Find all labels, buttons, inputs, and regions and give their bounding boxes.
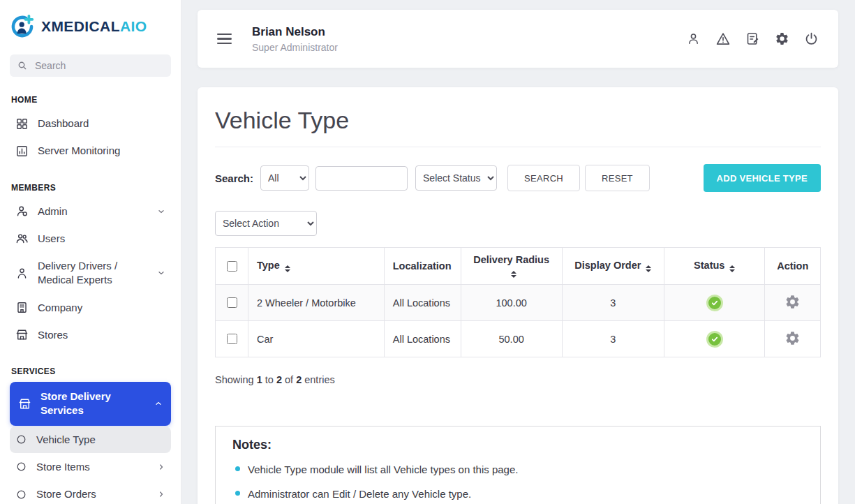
circle-icon (15, 461, 27, 473)
form-edit-icon[interactable] (744, 30, 761, 47)
user-role: Super Administrator (252, 42, 338, 53)
status-active-icon[interactable] (706, 331, 723, 348)
sidebar-search-input[interactable] (34, 59, 164, 72)
brand-name: XMEDICALAIO (41, 18, 147, 35)
notes-list: Vehicle Type module will list all Vehicl… (232, 462, 803, 501)
col-delivery-radius[interactable]: Delivery Radius (461, 248, 562, 285)
col-display-order[interactable]: Display Order (562, 248, 664, 285)
section-members: MEMBERS (11, 183, 170, 193)
note-item: Vehicle Type module will list all Vehicl… (232, 462, 803, 477)
sidebar-item-label: Admin (38, 205, 68, 218)
sidebar-item-label: Dashboard (38, 117, 89, 131)
warning-icon[interactable] (714, 30, 732, 48)
entries-summary: Showing 1 to 2 of 2 entries (215, 374, 821, 385)
topbar-icons (685, 30, 820, 48)
store-icon (15, 328, 29, 341)
main-area: Brian Nelson Super Administrator (181, 0, 855, 504)
status-active-icon[interactable] (706, 295, 723, 311)
menu-toggle-icon[interactable] (216, 31, 233, 47)
company-icon (15, 301, 29, 314)
search-keyword-input[interactable] (315, 166, 408, 191)
cell-delivery-radius: 50.00 (461, 321, 562, 357)
cell-localization: All Locations (384, 321, 461, 357)
user-block: Brian Nelson Super Administrator (252, 25, 338, 53)
sidebar-item-company[interactable]: Company (10, 295, 171, 321)
sidebar-item-label: Vehicle Type (36, 433, 96, 447)
sidebar-item-users[interactable]: Users (10, 225, 171, 252)
cell-type: 2 Wheeler / Motorbike (248, 285, 385, 321)
sidebar: XMEDICALAIO HOME Dashboard (0, 0, 181, 504)
sidebar-item-admin[interactable]: Admin (10, 198, 171, 225)
col-type[interactable]: Type (248, 248, 385, 285)
select-all-checkbox[interactable] (227, 261, 237, 272)
chevron-right-icon (157, 490, 165, 498)
chevron-down-icon (157, 207, 165, 216)
sort-icon (729, 265, 735, 272)
sidebar-item-dashboard[interactable]: Dashboard (10, 110, 171, 137)
reset-button[interactable]: RESET (585, 165, 650, 191)
user-name: Brian Nelson (252, 25, 338, 39)
settings-icon[interactable] (773, 30, 791, 47)
circle-icon (15, 433, 27, 445)
user-icon[interactable] (685, 30, 702, 47)
sidebar-item-store-items[interactable]: Store Items (10, 454, 171, 480)
sidebar-item-vehicle-type[interactable]: Vehicle Type (10, 427, 171, 453)
row-action-gear-icon[interactable] (785, 330, 801, 346)
search-label: Search: (215, 172, 253, 184)
circle-icon (15, 489, 27, 501)
monitoring-icon (15, 144, 29, 158)
page-title: Vehicle Type (215, 107, 821, 134)
status-select[interactable]: Select Status (415, 165, 497, 191)
admin-icon (15, 205, 29, 218)
cell-display-order: 3 (562, 321, 664, 357)
sidebar-search (10, 54, 171, 77)
divider (215, 147, 821, 147)
sort-icon (646, 265, 651, 272)
chevron-up-icon (154, 399, 163, 408)
sidebar-item-store-delivery-services[interactable]: Store Delivery Services (10, 382, 171, 426)
col-action: Action (765, 248, 821, 285)
sidebar-item-label: Users (38, 232, 65, 246)
table-row: Car All Locations 50.00 3 (216, 321, 821, 357)
cell-delivery-radius: 100.00 (461, 285, 562, 321)
row-checkbox[interactable] (227, 334, 237, 344)
sidebar-item-server-monitoring[interactable]: Server Monitoring (10, 138, 171, 164)
sort-icon (511, 271, 516, 278)
cell-type: Car (248, 321, 385, 357)
search-icon (17, 60, 28, 71)
sidebar-item-store-orders[interactable]: Store Orders (10, 481, 171, 504)
topbar: Brian Nelson Super Administrator (198, 10, 838, 68)
sidebar-item-stores[interactable]: Stores (10, 322, 171, 348)
note-item: Administrator can Edit / Delete any Vehi… (232, 487, 803, 501)
row-action-gear-icon[interactable] (785, 294, 801, 310)
sidebar-item-label: Store Delivery Services (40, 390, 145, 418)
users-icon (15, 232, 29, 245)
power-icon[interactable] (803, 30, 820, 47)
chevron-right-icon (157, 463, 165, 471)
table-header-row: Type Localization Delivery Radius Displa… (216, 248, 821, 285)
sidebar-item-label: Delivery Drivers / Medical Experts (38, 259, 142, 288)
app-root: XMEDICALAIO HOME Dashboard (0, 0, 855, 504)
brand-logo[interactable]: XMEDICALAIO (10, 14, 171, 39)
sidebar-item-label: Stores (38, 328, 68, 342)
add-vehicle-type-button[interactable]: ADD VEHICLE TYPE (704, 164, 821, 192)
sidebar-item-label: Server Monitoring (38, 144, 120, 158)
sidebar-item-label: Store Items (36, 460, 90, 474)
dashboard-icon (15, 117, 29, 131)
sidebar-item-delivery-drivers[interactable]: Delivery Drivers / Medical Experts (10, 253, 171, 294)
filter-row: Search: All Select Status SEARCH RESET A… (215, 164, 821, 192)
search-button[interactable]: SEARCH (507, 165, 580, 191)
table-row: 2 Wheeler / Motorbike All Locations 100.… (216, 285, 821, 321)
sidebar-item-label: Store Orders (36, 487, 96, 501)
delivery-driver-icon (15, 267, 29, 280)
brand-logo-icon (10, 14, 35, 39)
content-card: Vehicle Type Search: All Select Status S… (198, 87, 838, 504)
col-status[interactable]: Status (664, 248, 765, 285)
search-category-select[interactable]: All (260, 165, 309, 191)
row-checkbox[interactable] (227, 297, 237, 308)
select-action-dropdown[interactable]: Select Action (215, 211, 317, 236)
chevron-down-icon (157, 269, 165, 277)
store-delivery-icon (18, 397, 31, 410)
bulk-action-row: Select Action (215, 211, 821, 236)
col-localization: Localization (384, 248, 461, 285)
